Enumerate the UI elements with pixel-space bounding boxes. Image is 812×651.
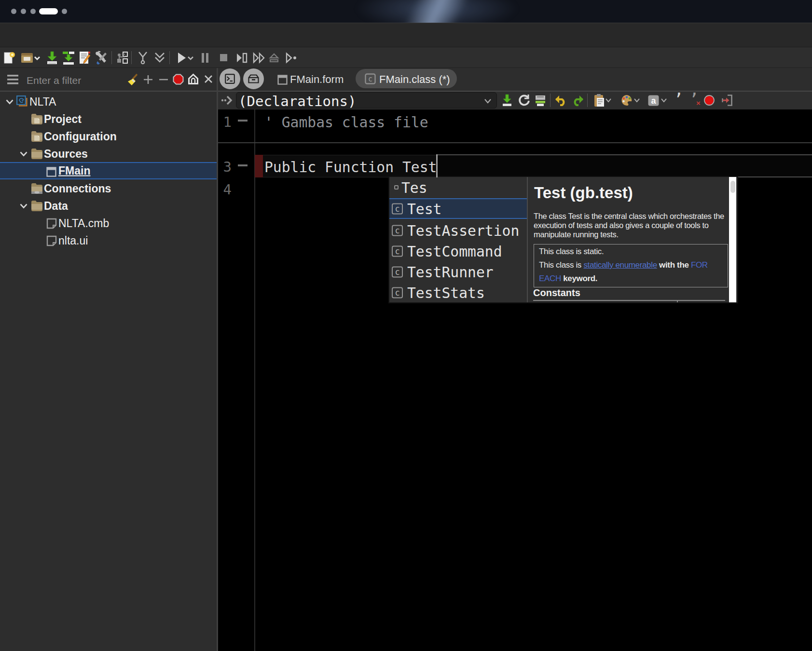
run-until-button[interactable] [285, 52, 298, 64]
filter-bar: Enter a filter [0, 68, 217, 92]
completion-item-teststats[interactable]: c TestStats [389, 282, 527, 303]
breakpoint-button[interactable] [703, 94, 716, 107]
tree-row-project[interactable]: Project [0, 110, 217, 128]
combo-chevron-icon [484, 98, 492, 104]
add-bookmark-icon[interactable] [143, 74, 153, 85]
redo-button[interactable] [572, 95, 584, 107]
terminal-icon [225, 74, 235, 84]
tree-row-nlta-ui[interactable]: nlta.ui [0, 232, 217, 249]
expander-chevron-icon[interactable] [20, 151, 28, 157]
run-button[interactable] [176, 51, 193, 65]
make-executable-button[interactable] [116, 51, 129, 65]
workspace-dot-1[interactable] [11, 9, 16, 14]
version-control-button[interactable] [138, 51, 148, 65]
format-chevron-icon[interactable] [633, 98, 640, 103]
update-all-button[interactable] [154, 51, 165, 65]
menu-icon[interactable] [7, 74, 19, 85]
code-editor[interactable]: 1 ' Gambas class file 3 Public Function … [218, 109, 812, 651]
open-project-button[interactable] [20, 51, 40, 65]
tab-fmain-form[interactable]: FMain.form [290, 73, 344, 86]
filter-input[interactable]: Enter a filter [27, 75, 81, 86]
completion-label: Test [407, 200, 442, 217]
step-button[interactable] [235, 52, 248, 64]
doc-table-divider [677, 300, 678, 302]
completion-item-testcommand[interactable]: c TestCommand [389, 241, 527, 261]
expander-chevron-icon[interactable] [6, 99, 14, 105]
tree-label: Sources [44, 148, 88, 161]
tree-row-connections[interactable]: Connections [0, 180, 217, 197]
record-icon[interactable] [173, 74, 184, 85]
line-number: 1 [218, 114, 232, 130]
format-button[interactable] [620, 94, 633, 107]
tree-row-nlta[interactable]: NLTA [0, 93, 217, 110]
doc-enumerable-line-2: EACH keyword. [539, 274, 597, 284]
fold-marker[interactable] [238, 164, 248, 166]
run-options-chevron[interactable] [188, 57, 193, 59]
workspace-dot-5[interactable] [62, 9, 67, 14]
case-chevron-icon[interactable] [661, 98, 667, 103]
doc-keyword: EACH [539, 274, 561, 283]
tab-fmain-class[interactable]: c FMain.class (*) [356, 69, 457, 88]
console-button[interactable] [220, 68, 240, 89]
home-icon[interactable] [188, 73, 199, 85]
workspace-dot-3[interactable] [30, 9, 36, 14]
class-icon: c [392, 225, 403, 236]
procedure-combo[interactable]: (Declarations) [236, 92, 497, 108]
tree-row-configuration[interactable]: Configuration [0, 128, 217, 145]
pause-button[interactable] [200, 52, 210, 64]
reload-button[interactable] [518, 94, 530, 107]
workspace-dot-2[interactable] [21, 9, 26, 14]
new-file-button[interactable] [3, 51, 16, 65]
comment-button[interactable]: ’ [674, 90, 683, 109]
tree-row-data[interactable]: Data [0, 197, 217, 215]
doc-description: manipulate running tests. [534, 230, 619, 239]
fold-marker[interactable] [238, 120, 248, 122]
completion-item-tes[interactable]: Tes [389, 177, 527, 198]
tree-label: NLTA [29, 95, 56, 108]
tree-row-sources[interactable]: Sources [0, 145, 217, 163]
paste-button[interactable] [593, 94, 605, 108]
doc-scrollbar-thumb[interactable] [730, 181, 735, 193]
tree-label: NLTA.cmb [58, 217, 109, 230]
case-button[interactable]: a [647, 95, 660, 107]
completion-item-testrunner[interactable]: c TestRunner [389, 261, 527, 282]
properties-button[interactable] [95, 51, 108, 65]
tree-row-fmain[interactable]: FMain [0, 162, 217, 179]
completion-label: Tes [401, 179, 427, 196]
tree-row-nlta-cmb[interactable]: NLTA.cmb [0, 215, 217, 232]
doc-scrollbar[interactable] [729, 177, 736, 302]
folder-icon [31, 199, 43, 212]
forward-button[interactable] [252, 52, 266, 64]
archive-button[interactable] [243, 68, 264, 89]
print-button[interactable] [534, 94, 547, 107]
doc-text: keyword. [561, 274, 597, 283]
doc-text: This class is [539, 260, 583, 270]
popup-separator [527, 177, 528, 302]
save-class-button[interactable] [502, 94, 512, 107]
doc-keyword: FOR [691, 260, 708, 270]
goto-procedure-icon[interactable] [221, 95, 234, 106]
clean-filter-icon[interactable] [127, 74, 138, 86]
edit-button[interactable] [79, 51, 91, 65]
finish-button[interactable] [268, 52, 280, 64]
expander-chevron-icon[interactable] [20, 203, 28, 209]
save-button[interactable] [46, 51, 58, 65]
toolbar-separator [111, 51, 112, 64]
line-number: 3 [218, 159, 232, 175]
compile-button[interactable] [62, 51, 75, 65]
workspace-active-pill[interactable] [39, 8, 58, 14]
doc-link[interactable]: statically enumerable [583, 260, 657, 270]
remove-bookmark-icon[interactable] [158, 74, 169, 85]
doc-constants-heading: Constants [533, 287, 580, 298]
completion-item-testassertion[interactable]: c TestAssertion [389, 220, 527, 241]
undo-button[interactable] [554, 95, 567, 107]
completion-item-test[interactable]: c Test [389, 198, 527, 219]
tab-fmain-class-label: FMain.class (*) [379, 73, 450, 86]
goto-definition-button[interactable] [721, 94, 734, 107]
documentation-panel: Test (gb.test) The class Test is the cen… [528, 177, 737, 302]
close-filter-icon[interactable] [204, 75, 213, 83]
paste-chevron-icon[interactable] [605, 98, 612, 103]
gutter-separator [254, 109, 255, 651]
stop-button[interactable] [219, 52, 228, 64]
code-line-current: Public Function Test [264, 159, 437, 176]
